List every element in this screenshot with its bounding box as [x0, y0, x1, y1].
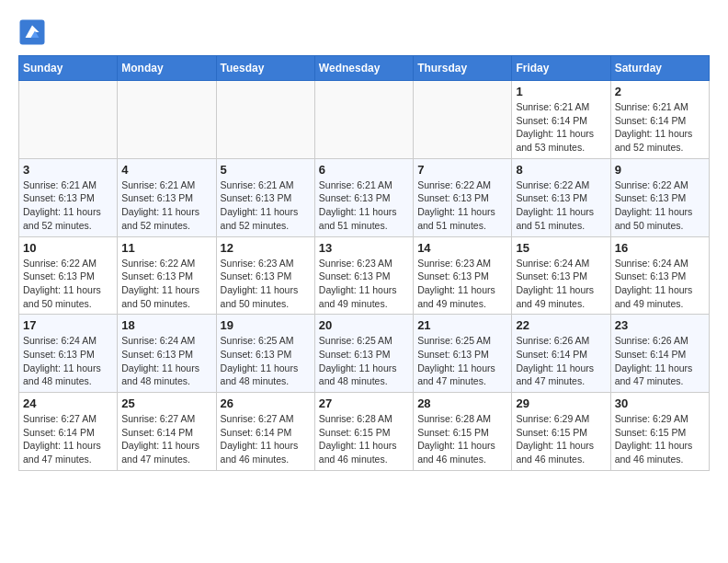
day-info: Sunrise: 6:21 AM Sunset: 6:13 PM Dayligh… [23, 178, 113, 233]
day-number: 4 [121, 163, 211, 177]
day-info: Sunrise: 6:25 AM Sunset: 6:13 PM Dayligh… [417, 334, 507, 388]
day-info: Sunrise: 6:27 AM Sunset: 6:14 PM Dayligh… [121, 412, 211, 466]
day-info: Sunrise: 6:24 AM Sunset: 6:13 PM Dayligh… [516, 257, 606, 311]
calendar-cell: 20Sunrise: 6:25 AM Sunset: 6:13 PM Dayli… [314, 315, 413, 393]
calendar-cell: 12Sunrise: 6:23 AM Sunset: 6:13 PM Dayli… [216, 236, 314, 315]
column-header-saturday: Saturday [610, 56, 709, 81]
day-number: 23 [615, 318, 705, 332]
calendar-cell: 26Sunrise: 6:27 AM Sunset: 6:14 PM Dayli… [216, 393, 314, 471]
day-number: 13 [319, 241, 409, 255]
calendar-cell [118, 81, 216, 159]
day-number: 17 [23, 318, 113, 332]
day-info: Sunrise: 6:28 AM Sunset: 6:15 PM Dayligh… [319, 412, 409, 466]
calendar-cell [216, 81, 314, 159]
day-info: Sunrise: 6:21 AM Sunset: 6:14 PM Dayligh… [615, 100, 705, 155]
calendar-cell [19, 81, 118, 159]
day-info: Sunrise: 6:22 AM Sunset: 6:13 PM Dayligh… [23, 257, 113, 311]
day-info: Sunrise: 6:24 AM Sunset: 6:13 PM Dayligh… [23, 334, 113, 388]
day-number: 24 [23, 396, 113, 410]
day-number: 25 [121, 396, 211, 410]
calendar-cell: 2Sunrise: 6:21 AM Sunset: 6:14 PM Daylig… [610, 81, 709, 159]
day-number: 10 [23, 241, 113, 255]
day-number: 12 [221, 241, 311, 255]
calendar-cell: 27Sunrise: 6:28 AM Sunset: 6:15 PM Dayli… [314, 393, 413, 471]
calendar-cell: 18Sunrise: 6:24 AM Sunset: 6:13 PM Dayli… [118, 315, 216, 393]
calendar-cell: 6Sunrise: 6:21 AM Sunset: 6:13 PM Daylig… [314, 158, 413, 236]
calendar-cell: 28Sunrise: 6:28 AM Sunset: 6:15 PM Dayli… [414, 393, 512, 471]
calendar-cell: 7Sunrise: 6:22 AM Sunset: 6:13 PM Daylig… [414, 158, 512, 236]
day-info: Sunrise: 6:28 AM Sunset: 6:15 PM Dayligh… [417, 412, 507, 466]
calendar-cell: 22Sunrise: 6:26 AM Sunset: 6:14 PM Dayli… [512, 315, 610, 393]
calendar-cell: 25Sunrise: 6:27 AM Sunset: 6:14 PM Dayli… [118, 393, 216, 471]
calendar-cell [314, 81, 413, 159]
day-info: Sunrise: 6:26 AM Sunset: 6:14 PM Dayligh… [516, 334, 606, 388]
calendar-cell: 4Sunrise: 6:21 AM Sunset: 6:13 PM Daylig… [118, 158, 216, 236]
day-number: 1 [516, 85, 606, 98]
calendar-cell: 11Sunrise: 6:22 AM Sunset: 6:13 PM Dayli… [118, 236, 216, 315]
day-info: Sunrise: 6:24 AM Sunset: 6:13 PM Dayligh… [121, 334, 211, 388]
calendar-cell: 19Sunrise: 6:25 AM Sunset: 6:13 PM Dayli… [216, 315, 314, 393]
day-info: Sunrise: 6:25 AM Sunset: 6:13 PM Dayligh… [319, 334, 409, 388]
week-row-3: 10Sunrise: 6:22 AM Sunset: 6:13 PM Dayli… [19, 236, 710, 315]
calendar-cell: 29Sunrise: 6:29 AM Sunset: 6:15 PM Dayli… [512, 393, 610, 471]
column-header-wednesday: Wednesday [314, 56, 413, 81]
logo-icon [18, 18, 46, 46]
calendar-cell: 15Sunrise: 6:24 AM Sunset: 6:13 PM Dayli… [512, 236, 610, 315]
day-info: Sunrise: 6:22 AM Sunset: 6:13 PM Dayligh… [615, 178, 705, 233]
day-number: 27 [319, 396, 409, 410]
week-row-5: 24Sunrise: 6:27 AM Sunset: 6:14 PM Dayli… [19, 393, 710, 471]
day-number: 29 [516, 396, 606, 410]
day-number: 3 [23, 163, 113, 177]
day-number: 26 [221, 396, 311, 410]
day-number: 20 [319, 318, 409, 332]
day-number: 21 [417, 318, 507, 332]
day-info: Sunrise: 6:26 AM Sunset: 6:14 PM Dayligh… [615, 334, 705, 388]
week-row-1: 1Sunrise: 6:21 AM Sunset: 6:14 PM Daylig… [19, 81, 710, 159]
day-number: 11 [121, 241, 211, 255]
day-number: 6 [319, 163, 409, 177]
day-number: 5 [221, 163, 311, 177]
day-number: 28 [417, 396, 507, 410]
day-info: Sunrise: 6:21 AM Sunset: 6:14 PM Dayligh… [516, 100, 606, 155]
day-info: Sunrise: 6:29 AM Sunset: 6:15 PM Dayligh… [516, 412, 606, 466]
calendar-cell: 13Sunrise: 6:23 AM Sunset: 6:13 PM Dayli… [314, 236, 413, 315]
day-number: 7 [417, 163, 507, 177]
column-header-tuesday: Tuesday [216, 56, 314, 81]
day-number: 22 [516, 318, 606, 332]
day-info: Sunrise: 6:21 AM Sunset: 6:13 PM Dayligh… [319, 178, 409, 233]
column-header-friday: Friday [512, 56, 610, 81]
day-info: Sunrise: 6:24 AM Sunset: 6:13 PM Dayligh… [615, 257, 705, 311]
day-info: Sunrise: 6:22 AM Sunset: 6:13 PM Dayligh… [121, 257, 211, 311]
week-row-4: 17Sunrise: 6:24 AM Sunset: 6:13 PM Dayli… [19, 315, 710, 393]
calendar-cell: 23Sunrise: 6:26 AM Sunset: 6:14 PM Dayli… [610, 315, 709, 393]
day-info: Sunrise: 6:23 AM Sunset: 6:13 PM Dayligh… [221, 257, 311, 311]
day-number: 16 [615, 241, 705, 255]
calendar-cell: 8Sunrise: 6:22 AM Sunset: 6:13 PM Daylig… [512, 158, 610, 236]
day-info: Sunrise: 6:23 AM Sunset: 6:13 PM Dayligh… [417, 257, 507, 311]
week-row-2: 3Sunrise: 6:21 AM Sunset: 6:13 PM Daylig… [19, 158, 710, 236]
day-info: Sunrise: 6:29 AM Sunset: 6:15 PM Dayligh… [615, 412, 705, 466]
day-info: Sunrise: 6:22 AM Sunset: 6:13 PM Dayligh… [516, 178, 606, 233]
day-info: Sunrise: 6:21 AM Sunset: 6:13 PM Dayligh… [221, 178, 311, 233]
day-number: 8 [516, 163, 606, 177]
column-header-monday: Monday [118, 56, 216, 81]
calendar-cell: 10Sunrise: 6:22 AM Sunset: 6:13 PM Dayli… [19, 236, 118, 315]
calendar-cell: 1Sunrise: 6:21 AM Sunset: 6:14 PM Daylig… [512, 81, 610, 159]
calendar-cell: 30Sunrise: 6:29 AM Sunset: 6:15 PM Dayli… [610, 393, 709, 471]
day-info: Sunrise: 6:27 AM Sunset: 6:14 PM Dayligh… [23, 412, 113, 466]
day-info: Sunrise: 6:23 AM Sunset: 6:13 PM Dayligh… [319, 257, 409, 311]
day-number: 2 [615, 85, 705, 98]
calendar-cell: 24Sunrise: 6:27 AM Sunset: 6:14 PM Dayli… [19, 393, 118, 471]
day-number: 19 [221, 318, 311, 332]
calendar-table: SundayMondayTuesdayWednesdayThursdayFrid… [18, 55, 710, 471]
day-number: 18 [121, 318, 211, 332]
calendar-cell: 14Sunrise: 6:23 AM Sunset: 6:13 PM Dayli… [414, 236, 512, 315]
header-row: SundayMondayTuesdayWednesdayThursdayFrid… [19, 56, 710, 81]
calendar-cell: 3Sunrise: 6:21 AM Sunset: 6:13 PM Daylig… [19, 158, 118, 236]
column-header-thursday: Thursday [414, 56, 512, 81]
logo [18, 18, 50, 46]
day-info: Sunrise: 6:22 AM Sunset: 6:13 PM Dayligh… [417, 178, 507, 233]
calendar-cell: 21Sunrise: 6:25 AM Sunset: 6:13 PM Dayli… [414, 315, 512, 393]
day-info: Sunrise: 6:21 AM Sunset: 6:13 PM Dayligh… [121, 178, 211, 233]
day-number: 30 [615, 396, 705, 410]
